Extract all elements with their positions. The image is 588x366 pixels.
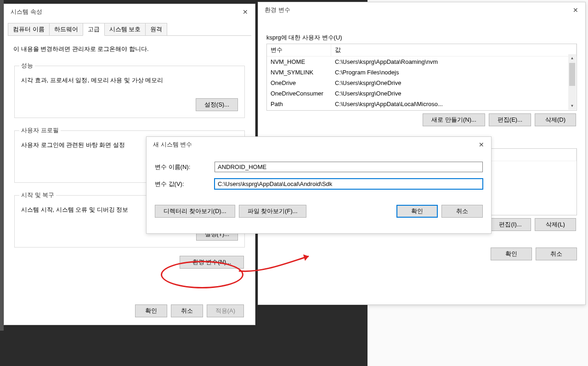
tab-remote[interactable]: 원격 [145,23,167,36]
variable-name-input[interactable] [215,162,483,172]
user-variables-table[interactable]: 변수 값 NVM_HOMEC:\Users\ksprg\AppData\Roam… [266,44,577,111]
new-system-variable-dialog: 새 시스템 변수 ✕ 변수 이름(N): 변수 값(V): 디렉터리 찾아보기(… [146,136,492,234]
performance-settings-button[interactable]: 설정(S)... [196,98,238,111]
sysprop-apply-button[interactable]: 적용(A) [207,304,244,317]
sysprop-tabs: 컴퓨터 이름 하드웨어 고급 시스템 보호 원격 [4,23,255,35]
table-row: OneDriveConsumerC:\Users\ksprg\OneDrive [267,88,577,99]
scroll-up-icon[interactable]: ▲ [568,54,576,62]
table-row: OneDriveC:\Users\ksprg\OneDrive [267,78,577,88]
user-profile-legend: 사용자 프로필 [19,126,61,135]
tab-computer-name[interactable]: 컴퓨터 이름 [8,23,50,36]
browse-directory-button[interactable]: 디렉터리 찾아보기(D)... [155,205,235,218]
sysprop-bottom-buttons: 확인 취소 적용(A) [128,300,251,322]
close-icon[interactable]: ✕ [569,6,582,15]
env-cancel-button[interactable]: 취소 [536,248,577,260]
sysprop-ok-button[interactable]: 확인 [135,304,167,317]
sysprop-cancel-button[interactable]: 취소 [171,304,203,317]
table-row: NVM_HOMEC:\Users\ksprg\AppData\Roaming\n… [267,56,577,67]
col-header-value[interactable]: 값 [331,44,577,56]
startup-legend: 시작 및 복구 [19,191,56,199]
environment-variables-button[interactable]: 환경 변수(N)... [180,256,244,269]
env-ok-button[interactable]: 확인 [491,248,532,260]
env-title: 환경 변수 [265,6,290,14]
newvar-ok-button[interactable]: 확인 [396,205,438,218]
tab-advanced[interactable]: 고급 [83,23,105,36]
env-titlebar: 환경 변수 ✕ [258,2,585,18]
system-edit-button[interactable]: 편집(I)... [490,218,531,231]
variable-value-label: 변수 값(V): [155,180,215,188]
newvar-cancel-button[interactable]: 취소 [441,205,483,218]
col-header-variable[interactable]: 변수 [267,44,331,56]
close-icon[interactable]: ✕ [238,7,252,17]
newvar-titlebar: 새 시스템 변수 ✕ [147,137,491,152]
sysprop-titlebar: 시스템 속성 ✕ [4,4,255,20]
scroll-down-icon[interactable]: ▼ [568,102,576,110]
sysprop-title: 시스템 속성 [11,8,42,16]
table-row: NVM_SYMLINKC:\Program Files\nodejs [267,67,577,78]
tab-hardware[interactable]: 하드웨어 [49,23,83,36]
user-delete-button[interactable]: 삭제(D) [535,113,576,126]
performance-group: 성능 시각 효과, 프로세서 일정, 메모리 사용 및 가상 메모리 설정(S)… [14,62,245,118]
variable-name-label: 변수 이름(N): [155,163,215,171]
scroll-thumb[interactable] [569,63,575,86]
user-new-button[interactable]: 새로 만들기(N)... [423,113,485,126]
vertical-scrollbar[interactable]: ▲ ▼ [568,54,576,110]
background-left-strip [0,0,4,331]
newvar-title: 새 시스템 변수 [153,141,192,149]
table-row: PathC:\Users\ksprg\AppData\Local\Microso… [267,99,577,109]
admin-instruction: 이 내용을 변경하려면 관리자로 로그온해야 합니다. [13,45,246,53]
performance-legend: 성능 [19,62,35,70]
system-delete-button[interactable]: 삭제(L) [535,218,576,231]
variable-value-input[interactable] [215,179,483,189]
close-icon[interactable]: ✕ [475,140,488,149]
user-edit-button[interactable]: 편집(E)... [489,113,531,126]
user-variables-label: ksprg에 대한 사용자 변수(U) [266,34,577,42]
browse-file-button[interactable]: 파일 찾아보기(F)... [239,205,306,218]
tab-system-protection[interactable]: 시스템 보호 [104,23,146,36]
performance-desc: 시각 효과, 프로세서 일정, 메모리 사용 및 가상 메모리 [21,76,238,84]
